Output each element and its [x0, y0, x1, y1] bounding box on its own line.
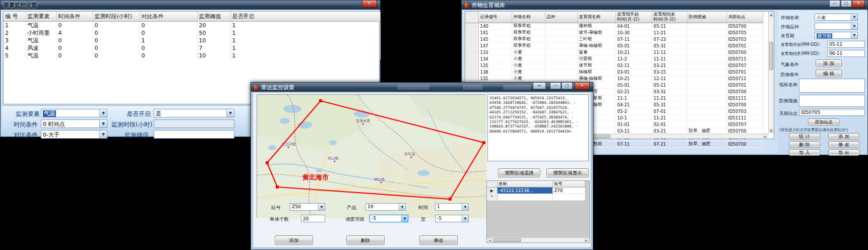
show-warning-area-button[interactable]: 预警区域显示 [546, 168, 589, 177]
row-selector[interactable] [465, 23, 478, 29]
crop-name-dropdown[interactable]: 小麦 ▼ [815, 14, 858, 21]
variety-dropdown[interactable]: ▼ [815, 23, 858, 30]
column-header[interactable]: 作物名称 [512, 12, 545, 23]
stats-button[interactable]: 统 计 [789, 133, 820, 140]
table-row[interactable]: 138小麦抽穗期03-0103-15ID50701 [465, 69, 763, 75]
row-selector[interactable] [465, 36, 478, 42]
column-header[interactable]: 防御措施 [687, 12, 726, 23]
time-dropdown[interactable]: 1 ▼ [435, 203, 469, 211]
threshold-field[interactable] [154, 130, 234, 139]
row-selector[interactable] [465, 75, 478, 82]
column-header[interactable]: 品种 [545, 12, 577, 23]
modify-button[interactable]: 修 改 [828, 141, 859, 148]
table-row[interactable]: 2小时雨量400501 [4, 29, 380, 37]
scroll-left-icon[interactable]: ◄ [487, 238, 492, 242]
table-row[interactable]: 145双季早稻三叶期07-1107-23ID50703 [465, 36, 763, 42]
row-selector[interactable]: ▶ [487, 187, 497, 194]
row-selector[interactable] [465, 42, 478, 49]
delete-button[interactable]: 删除 [346, 235, 385, 245]
product-dropdown[interactable]: 19 ▼ [365, 203, 406, 211]
titlebar[interactable]: 雷达监控设置 ⇔ — □ ✕ [251, 83, 593, 92]
to-level-dropdown[interactable]: -5 ▼ [435, 215, 469, 222]
titlebar[interactable]: 作物生育期库 — □ ✕ [462, 1, 867, 10]
maximize-icon[interactable]: □ [562, 83, 573, 89]
row-selector[interactable]: * [487, 194, 497, 200]
add-station-button[interactable]: 添加站点 [808, 118, 839, 126]
compare-dropdown[interactable]: 0-大于 ▼ [41, 130, 107, 139]
scroll-right-icon[interactable]: ► [584, 238, 589, 242]
column-header[interactable]: 发育期结束 时间(月-日) [652, 12, 687, 23]
close-icon[interactable]: ✕ [575, 83, 590, 90]
period-field[interactable] [154, 119, 234, 128]
column-header[interactable]: 是否开启 [230, 12, 380, 21]
table-row[interactable]: * [487, 194, 585, 200]
select-warning-area-button[interactable]: 预警区域选择 [498, 168, 540, 177]
column-header[interactable]: 时间条件 [56, 12, 93, 21]
period-start-field[interactable] [827, 41, 865, 48]
column-header[interactable]: 编 号 [4, 12, 26, 21]
region-coordinates-box[interactable]: 31491.0172034571, 905914.13175413, 63458… [487, 94, 589, 161]
column-header[interactable]: 对比条件 [140, 12, 197, 21]
scrollbar-thumb[interactable] [769, 42, 773, 70]
enabled-dropdown[interactable]: 是 ▼ [154, 109, 234, 117]
row-selector[interactable] [465, 49, 478, 55]
column-header[interactable]: 发育期名称 [577, 12, 615, 23]
column-header[interactable]: 记录编号 [478, 12, 512, 23]
horizontal-scrollbar[interactable]: ◄ ► [487, 237, 589, 242]
row-selector[interactable] [465, 55, 478, 62]
column-header[interactable]: 坐标 [497, 181, 552, 187]
table-row[interactable]: 5气温000101 [4, 52, 380, 59]
column-header[interactable]: 站号 [552, 181, 585, 187]
scroll-down-icon[interactable]: ▼ [769, 128, 774, 134]
cell-count-field[interactable] [301, 215, 325, 222]
minimize-icon[interactable]: — [829, 1, 840, 7]
growth-period-dropdown[interactable]: 拔节期 ▼ [815, 32, 858, 39]
table-row[interactable]: 140双季早稻播种期04-0105-11ID50700 [465, 23, 763, 29]
add-button[interactable]: 添加 [275, 235, 313, 245]
column-header[interactable]: 监测阈值 [197, 12, 230, 21]
time-condition-dropdown[interactable]: 0 时间点 ▼ [41, 119, 107, 128]
minimize-icon[interactable]: — [550, 83, 561, 89]
weather-add-button[interactable]: 添 加 [816, 59, 842, 67]
column-header[interactable]: 关联站点 [726, 12, 763, 23]
scroll-right-icon[interactable]: ► [763, 134, 768, 139]
element-dropdown[interactable]: 气温 ▼ [41, 109, 107, 117]
delete-button[interactable]: 删 除 [789, 141, 820, 148]
intensity-level-dropdown[interactable]: -5 ▼ [369, 215, 408, 222]
import-button[interactable]: 导 入 [789, 149, 820, 156]
export-button[interactable]: 导 出 [828, 149, 859, 156]
close-icon[interactable]: ✕ [852, 1, 865, 8]
table-row[interactable]: 141双季早稻拔节-孕穗期10-3011-21ID50705 [465, 29, 763, 36]
scrollbar-thumb[interactable] [493, 238, 521, 242]
table-row[interactable]: 134小麦分蘖期11-211-11ID50711 [465, 55, 763, 62]
indicator-textarea[interactable] [799, 79, 865, 93]
modify-button[interactable]: 修改 [419, 235, 458, 245]
vertical-scrollbar[interactable]: ▲ ▼ [768, 12, 774, 134]
table-cell-selected[interactable]: -45122.12238... [497, 187, 552, 194]
close-icon[interactable]: ✕ [362, 1, 377, 8]
measures-textarea[interactable] [799, 95, 865, 107]
table-row[interactable]: 4风速00071 [4, 44, 380, 52]
table-row[interactable]: 3气温001101 [4, 37, 380, 44]
add-button[interactable]: 添 加 [828, 133, 859, 140]
station-number-dropdown[interactable]: Z50 ▼ [290, 203, 325, 211]
maximize-icon[interactable]: □ [841, 1, 852, 7]
period-end-field[interactable] [827, 50, 865, 57]
row-selector[interactable] [465, 69, 478, 75]
table-row[interactable]: ▶ -45122.12238... Z70 [487, 187, 585, 194]
defense-edit-button[interactable]: 编 辑 [816, 70, 842, 77]
column-header[interactable] [487, 181, 497, 187]
column-header[interactable]: 发育期开始 时间(月-日) [615, 12, 652, 23]
table-row[interactable]: 131小麦孕穗-抽穗期10-2112-11ID50711 [465, 75, 763, 82]
table-row[interactable]: 147双季早稻孕穗-抽穗期05-0105-31ID50701 [465, 42, 763, 49]
row-selector[interactable] [465, 62, 478, 69]
table-row[interactable]: 1气温000201 [4, 21, 380, 29]
station-field[interactable] [799, 109, 865, 116]
column-header[interactable]: 监测要素 [26, 12, 56, 21]
column-header[interactable]: 监测时段(小时) [93, 12, 140, 21]
table-row[interactable]: 135小麦拔节期02-1103-21ID50707 [465, 62, 763, 69]
map-canvas[interactable]: 五湖水库 三江口镇 石山铺 赤马港 神山镇 黄北海市 [257, 94, 486, 218]
row-selector[interactable] [465, 29, 478, 36]
titlebar[interactable]: 要素监控设置 ✕ [1, 1, 380, 10]
resize-icon[interactable]: ⇔ [533, 83, 546, 89]
